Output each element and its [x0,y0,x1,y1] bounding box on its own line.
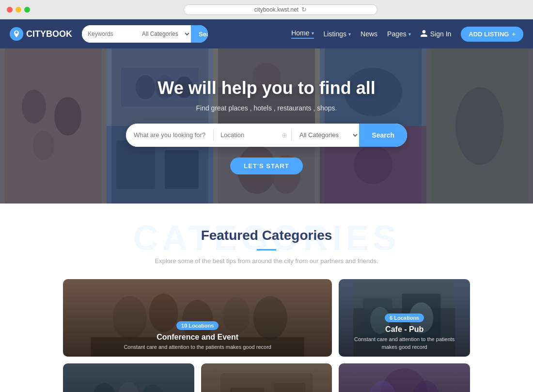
hero-keyword-input[interactable] [126,124,213,147]
shop-overlay [339,363,470,392]
categories-section: CATEGORIES Featured Categories Explore s… [0,204,533,392]
conference-content: 10 Locations Conference and Event Consta… [70,321,325,351]
nav-link-pages[interactable]: Pages ▾ [387,30,411,38]
category-card-conference[interactable]: 10 Locations Conference and Event Consta… [63,279,332,357]
conference-badge: 10 Locations [176,321,219,330]
add-listing-label: ADD LISTING [469,31,509,38]
nav-link-news[interactable]: News [361,30,377,38]
nav-categories-select[interactable]: All Categories [135,25,191,43]
hero-subtitle: Find great places , hotels , restaurants… [196,104,337,112]
nav-search-bar: All Categories Search [82,25,208,43]
hero-section: We will help you to find all Find great … [0,48,533,204]
hero-search-bar: ⊕ All Categories Search [126,124,407,147]
pages-arrow-icon: ▾ [408,31,411,37]
logo[interactable]: CITYBOOK [10,27,72,41]
location-marker-icon: ⊕ [282,131,287,139]
hero-title: We will help you to find all [157,78,375,98]
sign-in-label: Sign In [430,30,452,38]
sign-in-icon [421,30,427,38]
minimize-dot[interactable] [16,7,21,13]
logo-icon [10,27,23,41]
categories-grid: 10 Locations Conference and Event Consta… [58,279,475,392]
sign-in-button[interactable]: Sign In [421,30,452,38]
hero-categories-select[interactable]: All Categories [292,124,359,147]
cafe-badge: 6 Locations [385,314,424,322]
nav-listings-label: Listings [324,30,346,38]
conference-desc: Constant care and attention to the patie… [70,344,325,351]
url-text: citybook.kwst.net [254,6,298,13]
home-arrow-icon: ▾ [312,31,314,36]
categories-title: Featured Categories [10,228,523,243]
nav-link-listings[interactable]: Listings ▾ [324,30,351,38]
reload-icon[interactable]: ↻ [301,6,307,13]
conference-name: Conference and Event [70,333,325,342]
nav-pages-label: Pages [387,30,407,38]
navbar: CITYBOOK All Categories Search Home ▾ Li… [0,19,533,48]
hero-content: We will help you to find all Find great … [0,48,533,204]
categories-subtitle: Explore some of the best tips from aroun… [10,257,523,265]
add-listing-plus-icon: + [512,31,516,38]
close-dot[interactable] [7,7,13,13]
nav-link-home[interactable]: Home ▾ [291,29,314,39]
maximize-dot[interactable] [24,7,30,13]
category-card-shop[interactable]: 15 Locations Shop - Store [339,363,470,392]
nav-news-label: News [361,30,377,38]
add-listing-button[interactable]: ADD LISTING + [461,27,523,42]
nav-search-button[interactable]: Search [191,25,208,43]
hotel-overlay [201,363,332,392]
nav-links: Home ▾ Listings ▾ News Pages ▾ Sign In A… [291,27,523,42]
cafe-content: 6 Locations Cafe - Pub Constant care and… [345,313,463,351]
nav-home-label: Home [291,29,309,37]
gym-overlay [63,363,194,392]
hero-location-wrapper: ⊕ [214,124,291,147]
category-card-gym[interactable]: 21 Locations Gum - Fitness [63,363,194,392]
cafe-desc: Constant care and attention to the patie… [345,336,463,351]
hero-search-button[interactable]: Search [359,124,407,147]
listings-arrow-icon: ▾ [348,31,351,37]
url-bar[interactable]: citybook.kwst.net ↻ [184,4,377,15]
category-card-hotel[interactable]: 7 Locations Hotels [201,363,332,392]
lets-start-button[interactable]: LET'S START [230,157,302,174]
browser-chrome: citybook.kwst.net ↻ [0,0,533,19]
logo-text: CITYBOOK [26,29,72,39]
nav-keywords-input[interactable] [82,25,135,43]
categories-divider [257,249,276,251]
category-card-cafe[interactable]: 6 Locations Cafe - Pub Constant care and… [339,279,470,357]
browser-dots [7,7,30,13]
hero-location-input[interactable] [220,131,279,139]
cafe-name: Cafe - Pub [345,325,463,334]
